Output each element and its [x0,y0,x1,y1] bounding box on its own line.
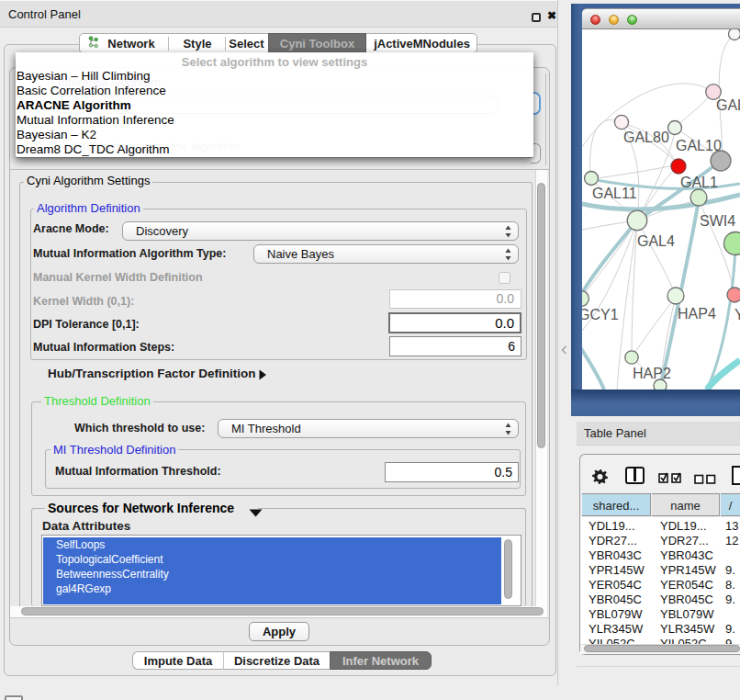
svg-text:GAL11: GAL11 [592,186,637,201]
svg-text:HAP2: HAP2 [633,366,671,381]
svg-text:GAL10: GAL10 [676,138,722,153]
svg-text:GCY1: GCY1 [582,307,619,322]
svg-text:GAL1: GAL1 [680,175,718,190]
svg-text:GAL4: GAL4 [637,233,675,249]
svg-text:SWI4: SWI4 [700,213,735,229]
svg-text:Y: Y [734,307,740,322]
svg-text:GAL80: GAL80 [623,130,669,145]
svg-text:GAL7: GAL7 [716,97,740,113]
svg-text:HAP4: HAP4 [678,306,716,322]
